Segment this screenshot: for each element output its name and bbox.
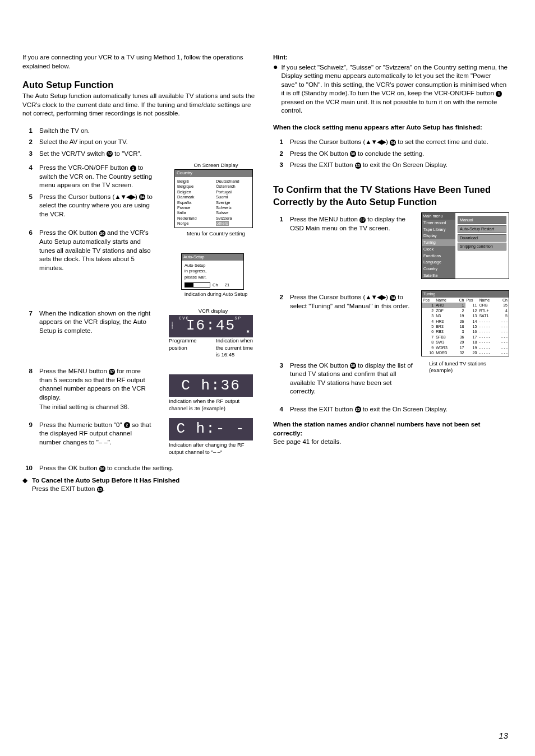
bullet-icon: ● (273, 63, 278, 115)
ref-circle: 36 (99, 230, 105, 236)
step-text: When the indication shown on the right a… (39, 309, 153, 336)
step-text: Press the MENU button 37 to display the … (290, 215, 416, 233)
heading-auto-setup: Auto Setup Function (22, 78, 257, 91)
tuning-caption: List of tuned TV stations (example) (421, 360, 508, 375)
left-column: If you are connecting your VCR to a TV u… (22, 53, 257, 494)
cancel-text: Press the EXIT button 35. (32, 485, 179, 494)
ref-circle: 35 (97, 486, 103, 493)
main-menu-osd: Main menu Timer recordTape LibraryDispla… (421, 212, 509, 279)
step-number: 8 (22, 367, 33, 412)
step-text: Press the Cursor buttons (▲▼◀▶) 34 to se… (290, 293, 416, 310)
page-number: 13 (499, 730, 508, 741)
step-number: 3 (273, 161, 283, 170)
step-number: 1 (273, 215, 283, 233)
step-text: Press the EXIT button 35 to exit the On … (290, 405, 508, 414)
step-number: 9 (22, 421, 33, 447)
seg-caption-blank: Indication after changing the RF output … (169, 442, 257, 456)
step-text: Press the OK button 36 to display the li… (290, 361, 416, 396)
step-text: Press the OK button 36 to conclude the s… (39, 464, 257, 473)
ref-circle: 35 (355, 406, 361, 412)
ref-circle: 34 (390, 295, 396, 301)
ref-circle: 36 (350, 363, 356, 369)
step-number: 2 (273, 293, 283, 310)
step-number: 4 (22, 164, 33, 190)
lead-paragraph: If you are connecting your VCR to a TV u… (22, 53, 257, 71)
seg-caption-ch36: Indication when the RF output channel is… (169, 398, 257, 412)
step-number: 3 (22, 150, 33, 159)
ref-circle: 32 (107, 151, 113, 157)
step-text: Press the OK button 36 and the VCR's Aut… (39, 229, 153, 272)
ref-circle: 34 (390, 140, 396, 146)
ref-circle: 35 (355, 163, 361, 169)
step-number: 2 (22, 138, 33, 147)
vcr-caption-left: Programme position (169, 337, 210, 359)
step-text: Press the VCR-ON/OFF button 1 to switch … (39, 164, 153, 190)
incorrect-heading: When the station names and/or channel nu… (273, 420, 508, 438)
ref-circle: 36 (99, 466, 105, 472)
auto-setup-description: The Auto Setup function automatically tu… (22, 92, 257, 118)
vcr-segment-display-ch36: C h:36 (169, 374, 253, 397)
incorrect-body: See page 41 for details. (273, 438, 508, 447)
vcr-display-caption: VCR display (169, 308, 257, 315)
step-text: Press the OK button 36 to conclude the s… (290, 150, 508, 159)
step-number: 1 (273, 138, 283, 147)
ref-circle: 37 (359, 217, 366, 223)
vcr-caption-right: Indication when the current time is 16:4… (216, 337, 257, 359)
right-column: Hint: ● If you select "Schweiz", "Suisse… (273, 53, 508, 494)
step-number: 7 (22, 309, 33, 336)
step-number: 3 (273, 361, 283, 396)
ref-circle: 2 (124, 422, 130, 428)
step-number: 2 (273, 150, 283, 159)
step-number: 4 (273, 405, 283, 414)
autosetup-osd: Auto-Setup Auto-Setupin progress,please … (181, 253, 244, 290)
step-text: Press the Cursor buttons (▲▼◀▶) 34 to se… (290, 138, 508, 147)
step-text: Select the AV input on your TV. (39, 138, 257, 147)
step-text: Press the Cursor buttons (▲▼◀▶) 34 to se… (39, 193, 153, 219)
step-text: Press the MENU button 37 for more than 5… (39, 367, 153, 412)
osd-caption: On Screen Display (174, 162, 257, 169)
autosetup-caption: Indication during Auto Setup (174, 291, 257, 298)
vcr-segment-display: CVC SP || I6:45 ✱ (169, 315, 253, 337)
clock-heading: When the clock setting menu appears afte… (273, 123, 508, 132)
ref-circle: 1 (130, 165, 136, 171)
ref-circle: 1 (496, 91, 502, 97)
hint-title: Hint: (273, 53, 508, 62)
step-text: Switch the TV on. (39, 127, 257, 136)
step-number: 5 (22, 193, 33, 219)
section-side-title: Connecting and Setting Up (532, 157, 535, 331)
step-number: 1 (22, 127, 33, 136)
diamond-icon: ◆ (22, 476, 27, 494)
country-osd: Country BelgiëBelgiqueBelgienDanmarkEspa… (174, 169, 253, 228)
country-menu-caption: Menu for Country setting (174, 230, 257, 238)
step-text: Press the EXIT button 35 to exit the On … (290, 161, 508, 170)
ref-circle: 34 (139, 194, 145, 200)
tuning-osd: Tuning PosNameCh1ARD12ZDF23N3194HR3265BR… (421, 290, 509, 356)
step-number: 6 (22, 229, 33, 272)
vcr-segment-display-chblank: C h:- - (169, 418, 253, 440)
ref-circle: 37 (109, 369, 115, 375)
step-text: Set the VCR/TV switch 32 to "VCR". (39, 150, 257, 159)
step-text: Press the Numeric button "0" 2 so that t… (39, 421, 153, 447)
hint-paragraph: ● If you select "Schweiz", "Suisse" or "… (273, 63, 508, 115)
heading-confirm: To Confirm that the TV Stations Have Bee… (273, 183, 508, 208)
step-number: 10 (22, 464, 33, 473)
ref-circle: 36 (350, 151, 356, 157)
cancel-heading: To Cancel the Auto Setup Before It Has F… (32, 476, 179, 485)
